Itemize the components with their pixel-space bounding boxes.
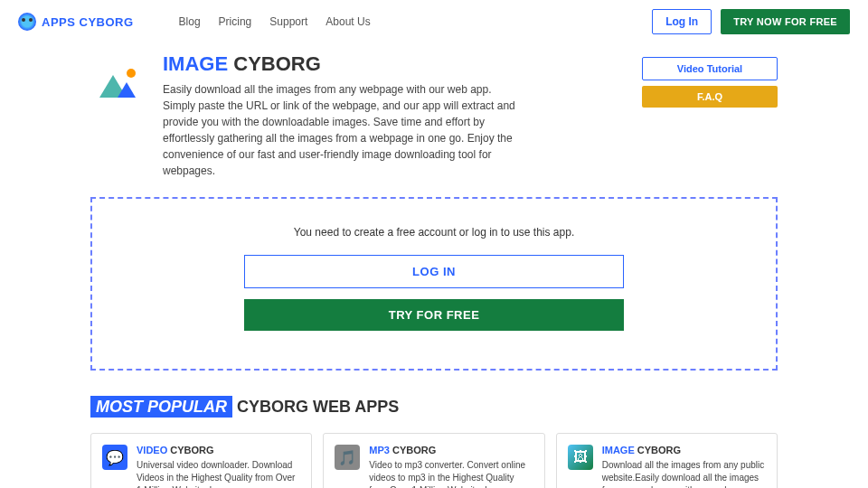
app-icon — [90, 57, 145, 111]
cta-login-button[interactable]: LOG IN — [244, 255, 624, 288]
logo[interactable]: APPS CYBORG — [18, 13, 134, 31]
card-desc: Universal video downloader. Download Vid… — [137, 459, 300, 488]
header: APPS CYBORG Blog Pricing Support About U… — [0, 0, 868, 43]
nav: Blog Pricing Support About Us — [179, 15, 371, 28]
hero: IMAGE CYBORG Easily download all the ima… — [90, 52, 778, 179]
cta-box: You need to create a free account or log… — [90, 197, 778, 371]
card-video[interactable]: 💬 VIDEO CYBORG Universal video downloade… — [90, 433, 312, 488]
header-actions: Log In TRY NOW FOR FREE — [652, 9, 850, 34]
section-title: MOST POPULAR CYBORG WEB APPS — [90, 398, 778, 417]
card-image[interactable]: 🖼 IMAGE CYBORG Download all the images f… — [556, 433, 778, 488]
card-mp3[interactable]: 🎵 MP3 CYBORG Video to mp3 converter. Con… — [323, 433, 544, 488]
hero-side: Video Tutorial F.A.Q — [642, 57, 778, 179]
card-desc: Video to mp3 converter. Convert online v… — [369, 459, 533, 488]
hero-content: IMAGE CYBORG Easily download all the ima… — [163, 52, 624, 179]
video-icon: 💬 — [102, 445, 127, 470]
card-title: IMAGE CYBORG — [602, 445, 766, 455]
card-desc: Download all the images from any public … — [602, 459, 766, 488]
cta-try-button[interactable]: TRY FOR FREE — [244, 299, 624, 331]
nav-pricing[interactable]: Pricing — [219, 15, 252, 28]
image-icon: 🖼 — [568, 445, 593, 470]
video-tutorial-button[interactable]: Video Tutorial — [642, 57, 778, 80]
login-button[interactable]: Log In — [652, 9, 712, 34]
cards: 💬 VIDEO CYBORG Universal video downloade… — [90, 433, 778, 488]
main: IMAGE CYBORG Easily download all the ima… — [0, 43, 868, 488]
nav-about[interactable]: About Us — [326, 15, 370, 28]
page-title: IMAGE CYBORG — [163, 52, 624, 76]
card-title: VIDEO CYBORG — [137, 445, 300, 455]
try-free-button[interactable]: TRY NOW FOR FREE — [721, 9, 850, 34]
logo-text: APPS CYBORG — [42, 15, 134, 29]
svg-point-2 — [127, 69, 136, 78]
nav-support[interactable]: Support — [269, 15, 307, 28]
nav-blog[interactable]: Blog — [179, 15, 201, 28]
faq-button[interactable]: F.A.Q — [642, 86, 778, 108]
page-description: Easily download all the images from any … — [163, 81, 524, 179]
card-title: MP3 CYBORG — [369, 445, 533, 455]
cta-text: You need to create a free account or log… — [119, 226, 749, 239]
mp3-icon: 🎵 — [335, 445, 360, 470]
logo-icon — [18, 13, 36, 31]
